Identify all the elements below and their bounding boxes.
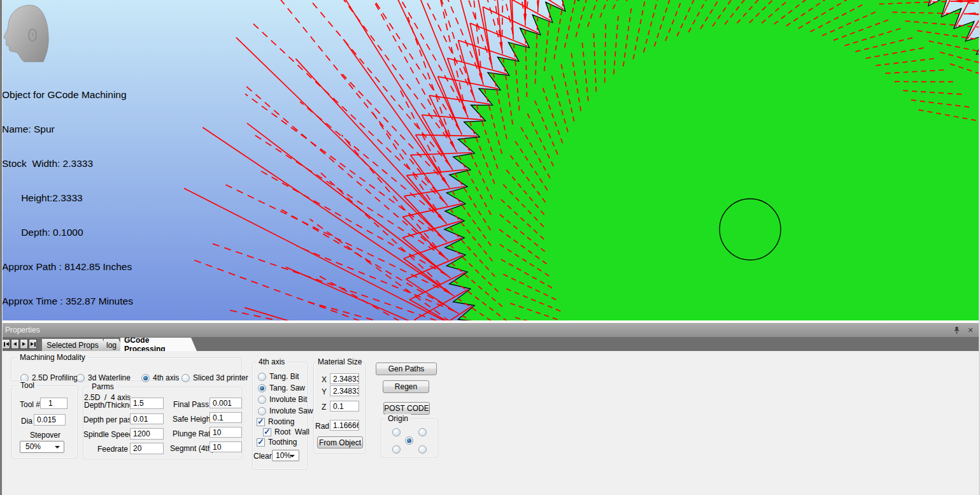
- tab-scroll-last-button[interactable]: [29, 339, 37, 349]
- radio-tang-bit[interactable]: Tang. Bit: [258, 372, 299, 381]
- radio-3d-waterline[interactable]: 3d Waterline: [76, 373, 131, 382]
- head-model-icon: [3, 3, 52, 63]
- properties-tabbar: Selected Props log GCode Processing: [0, 337, 980, 351]
- final-pass-input[interactable]: 0.001: [209, 398, 242, 408]
- properties-title: Properties: [5, 326, 40, 334]
- group-label: 4th axis: [256, 357, 287, 366]
- fourth-axis-group: 4th axis Tang. Bit Tang. Saw Involute Bi…: [252, 362, 308, 470]
- group-label: Origin: [385, 414, 411, 423]
- cad-cam-window: Object for GCode Machining Name: Spur St…: [0, 0, 980, 495]
- clear-label: Clear: [253, 452, 272, 461]
- radio-involute-saw[interactable]: Involute Saw: [258, 406, 313, 415]
- material-y-label: Y: [322, 387, 327, 396]
- window-border-left: [0, 0, 2, 495]
- radio-involute-bit[interactable]: Involute Bit: [258, 395, 307, 404]
- safe-height-label: Safe Height: [173, 415, 209, 424]
- dia-label: Dia: [21, 417, 32, 426]
- checkbox-root-wall[interactable]: Root Wall: [263, 427, 309, 436]
- segmnt-input[interactable]: 10: [209, 441, 242, 452]
- radio-tang-saw[interactable]: Tang. Saw: [258, 384, 305, 392]
- origin-group: Origin: [381, 419, 438, 457]
- regen-button[interactable]: Regen: [383, 380, 429, 393]
- checkbox-toothing[interactable]: Toothing: [257, 438, 297, 447]
- info-line: Stock Width: 2.3333: [2, 158, 133, 169]
- radio-4th-axis[interactable]: 4th axis: [141, 373, 179, 382]
- group-label: Machining Modality: [17, 353, 88, 362]
- gear-render[interactable]: [0, 0, 980, 320]
- spindle-speed-label: Spindle Speed:: [83, 430, 128, 439]
- tab-scroll-next-button[interactable]: [20, 339, 28, 349]
- depth-per-pass-label: Depth per pass:: [83, 415, 128, 424]
- material-z-label: Z: [322, 403, 326, 412]
- info-line: Name: Spur: [2, 124, 133, 135]
- material-x-label: X: [322, 375, 327, 384]
- material-x-input[interactable]: 2.34833: [330, 373, 359, 384]
- segmnt-label: Segmnt (4th): [170, 444, 209, 453]
- properties-titlebar: Properties ✕: [0, 323, 980, 337]
- spindle-speed-input[interactable]: 1200: [130, 428, 164, 440]
- info-line: Depth: 0.1000: [2, 227, 133, 238]
- radio-origin-top-right[interactable]: [418, 428, 427, 436]
- depth-per-pass-input[interactable]: 0.01: [130, 413, 164, 424]
- safe-height-input[interactable]: 0.1: [209, 412, 242, 423]
- radio-origin-bottom-left[interactable]: [392, 445, 401, 454]
- tab-gcode-processing[interactable]: GCode Processing: [120, 338, 197, 351]
- gen-paths-button[interactable]: Gen Paths: [376, 362, 437, 375]
- tab-scroll-prev-button[interactable]: [11, 339, 19, 349]
- close-icon[interactable]: ✕: [966, 326, 975, 334]
- info-line: Approx Time : 352.87 Minutes: [2, 296, 133, 307]
- final-pass-label: Final Pass: [173, 400, 209, 409]
- clear-dropdown[interactable]: 10%: [272, 450, 299, 461]
- material-z-input[interactable]: 0.1: [330, 401, 359, 412]
- tool-group: Tool Tool # 1 Dia 0.015 Stepover 50%: [11, 385, 78, 459]
- material-rad-input[interactable]: 1.16666: [330, 420, 359, 431]
- from-object-button[interactable]: From Object: [317, 436, 363, 448]
- info-line: Approx Path : 8142.85 Inches: [2, 261, 133, 273]
- material-y-input[interactable]: 2.34833: [330, 385, 359, 396]
- group-label: Tool: [18, 381, 37, 390]
- stepover-dropdown[interactable]: 50%: [20, 441, 64, 453]
- post-code-button[interactable]: POST CODE: [383, 402, 430, 415]
- group-label: Parms: [89, 382, 117, 391]
- material-rad-label: Rad: [315, 422, 329, 431]
- stepover-label: Stepover: [12, 431, 78, 440]
- pin-icon[interactable]: [952, 326, 961, 334]
- radio-sliced-3d-printer[interactable]: Sliced 3d printer: [181, 373, 248, 382]
- tab-scroll-first-button[interactable]: [2, 339, 10, 349]
- radio-origin-top-left[interactable]: [392, 428, 401, 436]
- radio-origin-center[interactable]: [405, 436, 413, 445]
- feedrate-input[interactable]: 20: [130, 443, 164, 454]
- tool-number-input[interactable]: 1: [40, 398, 67, 409]
- material-size-group: Material Size X 2.34833 Y 2.34833 Z 0.1 …: [313, 362, 366, 454]
- machining-modality-group: Machining Modality 2.5D Profiling 3d Wat…: [11, 357, 241, 381]
- dia-input[interactable]: 0.015: [34, 414, 66, 426]
- tool-number-label: Tool #: [20, 400, 40, 409]
- plunge-rate-input[interactable]: 10: [209, 427, 242, 438]
- viewport-3d[interactable]: Object for GCode Machining Name: Spur St…: [0, 0, 980, 320]
- depth-thickness-input[interactable]: 1.5: [130, 398, 164, 409]
- info-line: Height:2.3333: [2, 192, 133, 204]
- parms-group: Parms 2.5D / 4 axis Depth/Thickness 1.5 …: [83, 387, 242, 459]
- radio-origin-bottom-right[interactable]: [418, 445, 427, 454]
- info-line: Object for GCode Machining: [2, 89, 133, 101]
- group-label: Material Size: [316, 357, 363, 366]
- tab-selected-props[interactable]: Selected Props: [42, 339, 108, 351]
- plunge-rate-label: Plunge Rate: [173, 429, 209, 438]
- checkbox-rooting[interactable]: Rooting: [257, 417, 294, 426]
- feedrate-label: Feedrate: [83, 445, 128, 454]
- gcode-processing-panel: Machining Modality 2.5D Profiling 3d Wat…: [0, 351, 980, 495]
